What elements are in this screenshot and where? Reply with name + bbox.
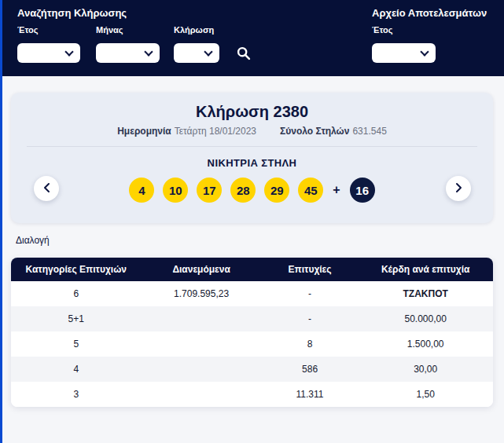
winning-numbers: 4 10 17 28 29 45 + 16: [11, 178, 493, 203]
table-row: 6 1.709.595,23 - ΤΖΑΚΠΟΤ: [11, 281, 493, 306]
search-icon: [236, 52, 252, 64]
draw-date: ΗμερομηνίαΤετάρτη 18/01/2023: [117, 126, 256, 137]
search-header: Αναζήτηση Κλήρωσης Έτος Μήνας Κλήρωση Αρ…: [0, 0, 504, 76]
number-ball: 10: [163, 178, 188, 203]
table-body: 6 1.709.595,23 - ΤΖΑΚΠΟΤ 5+1 - 50.000,00…: [11, 281, 493, 407]
archive-year-label: Έτος: [372, 25, 392, 35]
previous-draw-button[interactable]: [34, 176, 59, 201]
table-cell: 5+1: [11, 313, 142, 324]
draw-result-card: Κλήρωση 2380 ΗμερομηνίαΤετάρτη 18/01/202…: [11, 93, 493, 223]
table-header-row: Κατηγορίες Επιτυχιών Διανεμόμενα Επιτυχί…: [11, 258, 493, 281]
table-cell: 11.311: [262, 389, 359, 400]
table-cell: 586: [262, 364, 359, 375]
table-row: 5 8 1.500,00: [11, 331, 493, 357]
column-header: Επιτυχίες: [262, 264, 359, 275]
draw-select[interactable]: [174, 43, 219, 63]
number-ball: 4: [129, 178, 154, 203]
column-header: Κατηγορίες Επιτυχιών: [11, 264, 142, 275]
chevron-down-icon: [420, 47, 429, 56]
archive-year-select[interactable]: [372, 43, 436, 63]
chevron-down-icon: [204, 47, 212, 56]
search-button[interactable]: [234, 45, 253, 64]
table-cell: 1.709.595,23: [142, 288, 262, 299]
table-cell: 1.500,00: [358, 339, 493, 350]
table-cell: 30,00: [358, 364, 493, 375]
draw-date-label: Ημερομηνία: [117, 126, 171, 137]
draw-date-value: Τετάρτη 18/01/2023: [175, 126, 256, 137]
table-row: 5+1 - 50.000,00: [11, 306, 493, 331]
column-header: Κέρδη ανά επιτυχία: [358, 264, 493, 275]
chevron-down-icon: [144, 47, 153, 56]
table-cell: -: [262, 288, 359, 299]
search-section-title: Αναζήτηση Κλήρωσης: [17, 7, 127, 19]
chevron-right-icon: [455, 182, 462, 196]
table-cell: 3: [11, 389, 142, 400]
number-ball: 28: [230, 178, 256, 203]
plus-sign: +: [333, 183, 340, 197]
left-accent-stripe: [0, 0, 2, 443]
table-row: 3 11.311 1,50: [11, 382, 493, 407]
table-cell: -: [262, 313, 359, 324]
number-ball: 29: [264, 178, 289, 203]
chevron-left-icon: [43, 182, 50, 196]
table-cell: 50.000,00: [358, 313, 493, 324]
table-cell: 4: [11, 364, 142, 375]
total-columns-value: 631.545: [352, 126, 386, 137]
column-header: Διανεμόμενα: [142, 264, 262, 275]
table-cell: 5: [11, 339, 142, 350]
total-columns-label: Σύνολο Στηλών: [280, 126, 349, 137]
year-select[interactable]: [17, 43, 80, 63]
draw-label: Κλήρωση: [174, 25, 214, 35]
number-ball: 17: [197, 178, 222, 203]
year-label: Έτος: [17, 25, 38, 35]
draw-meta: ΗμερομηνίαΤετάρτη 18/01/2023 Σύνολο Στηλ…: [11, 126, 493, 137]
winning-column-title: ΝΙΚΗΤΡΙΑ ΣΤΗΛΗ: [11, 157, 493, 169]
chevron-down-icon: [64, 47, 73, 56]
number-ball: 45: [298, 178, 323, 203]
payout-table: Κατηγορίες Επιτυχιών Διανεμόμενα Επιτυχί…: [11, 258, 493, 407]
table-cell: 1,50: [358, 389, 493, 400]
month-label: Μήνας: [96, 25, 123, 35]
bonus-number-ball: 16: [350, 178, 375, 203]
table-row: 4 586 30,00: [11, 357, 493, 382]
table-cell: ΤΖΑΚΠΟΤ: [358, 288, 493, 299]
table-cell: 6: [11, 288, 142, 299]
month-select[interactable]: [96, 43, 160, 63]
next-draw-button[interactable]: [446, 176, 471, 201]
table-cell: 8: [262, 339, 359, 350]
draw-title: Κλήρωση 2380: [11, 93, 493, 121]
card-divider: [27, 146, 477, 147]
archive-section-title: Αρχείο Αποτελεσμάτων: [372, 7, 487, 19]
total-columns: Σύνολο Στηλών631.545: [280, 126, 387, 137]
results-section-label: Διαλογή: [16, 235, 50, 246]
